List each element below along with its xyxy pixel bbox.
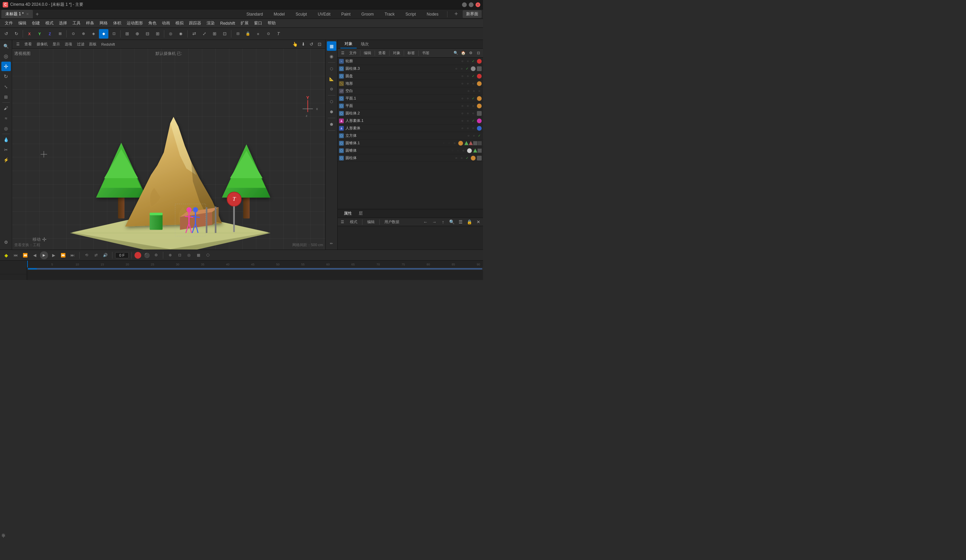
obj-search-button[interactable]: 🔍	[452, 50, 459, 57]
ri-material-button[interactable]: ◉	[327, 51, 336, 61]
obj-menu-edit[interactable]: 编辑	[362, 50, 373, 56]
lock-button[interactable]: 🔒	[243, 29, 253, 39]
workplane-button[interactable]: ⊞	[153, 29, 162, 39]
vp-maximize-button[interactable]: ⊡	[316, 41, 323, 48]
obj-vis-disk[interactable]: ○	[460, 74, 465, 79]
edge-mode-button[interactable]: ◈	[89, 29, 98, 39]
ri-node-button[interactable]: ⬢	[327, 107, 336, 117]
move-tool-button[interactable]: ⇄	[189, 29, 199, 39]
vp-menu-options[interactable]: 选项	[62, 41, 74, 48]
props-menu-userdata[interactable]: 用户数据	[383, 219, 401, 225]
vp-menu-toggle[interactable]: ☰	[14, 41, 22, 47]
vp-reset-button[interactable]: ↺	[307, 41, 315, 48]
obj-vis-cube[interactable]: ○	[466, 133, 471, 138]
tab-untitled[interactable]: 未标题 1 * ✕	[2, 10, 33, 18]
menu-spline[interactable]: 样条	[83, 19, 97, 27]
obj-vis2-disk[interactable]: ○	[465, 74, 470, 79]
obj-home-button[interactable]: 🏠	[460, 50, 467, 57]
tab-uvedit[interactable]: UVEdit	[314, 10, 334, 18]
menu-help[interactable]: 帮助	[265, 19, 278, 27]
uv-mode-button[interactable]: ⊡	[109, 29, 118, 39]
menu-extend[interactable]: 扩展	[238, 19, 251, 27]
measure-tool-button[interactable]: ✂	[2, 145, 11, 154]
tl-prev-frame-button[interactable]: ◀	[31, 251, 39, 259]
obj-vis-figure1[interactable]: ○	[460, 118, 465, 123]
obj-mode-button[interactable]: ⊙	[68, 29, 78, 39]
obj-row-plane[interactable]: ⬡ 平面 ○ ○ ○	[338, 102, 483, 110]
props-forward-button[interactable]: →	[431, 219, 438, 225]
obj-vis-plane1[interactable]: ○	[460, 96, 465, 101]
obj-row-terrain[interactable]: ⋱ 地形 ○ ○ ○	[338, 80, 483, 87]
obj-vis2-cylinder2[interactable]: ○	[465, 111, 470, 116]
tl-autokey-button[interactable]: ⚫	[143, 251, 151, 259]
obj-check-outline[interactable]: ✓	[471, 59, 476, 64]
obj-vis2-figure[interactable]: ○	[465, 126, 470, 131]
obj-check-cone1[interactable]: ○	[452, 141, 457, 146]
snap-button[interactable]: ⊕	[132, 29, 142, 39]
obj-vis-terrain[interactable]: ○	[460, 81, 465, 86]
obj-vis2-terrain[interactable]: ○	[465, 81, 470, 86]
grid-snap-button[interactable]: ⊟	[143, 29, 152, 39]
mirror-button[interactable]: ⊡	[220, 29, 229, 39]
props-menu-mode[interactable]: 模式	[348, 219, 359, 225]
y-axis-button[interactable]: Y	[35, 29, 44, 39]
obj-tab-scene[interactable]: 场次	[356, 40, 373, 48]
obj-row-cube[interactable]: ⬡ 立方体 ○ ○ ✓	[338, 132, 483, 140]
obj-settings-button[interactable]: ⚙	[467, 50, 474, 57]
obj-row-figure1[interactable]: ♟ 人形素体.1 ○ ○ ✓	[338, 117, 483, 125]
tl-keyset-button[interactable]: ⚙	[152, 251, 160, 259]
tl-filter-button[interactable]: ⊡	[176, 251, 184, 259]
tl-prev-key-button[interactable]: ⏪	[21, 251, 29, 259]
tl-region-button[interactable]: ▦	[194, 251, 202, 259]
obj-vis-outline[interactable]: ○	[460, 59, 465, 64]
obj-vis2-figure1[interactable]: ○	[465, 118, 470, 123]
obj-row-cylinder2[interactable]: ⬡ 圆柱体.2 ○ ○ ○	[338, 110, 483, 117]
vp-menu-camera[interactable]: 摄像机	[34, 41, 50, 48]
obj-row-cone1[interactable]: ⬡ 圆锥体.1 ○ ○ ○	[338, 140, 483, 147]
transform-tool-button[interactable]: ⊞	[210, 29, 219, 39]
point-mode-button[interactable]: ⊕	[79, 29, 88, 39]
vp-menu-view[interactable]: 查看	[22, 41, 34, 48]
coord-icon-button[interactable]: ⊞	[55, 29, 65, 39]
transform-tool-side-button[interactable]: ⊞	[2, 92, 11, 102]
obj-row-disk[interactable]: ⬡ 圆盘 ○ ○ ✓	[338, 72, 483, 80]
new-scene-button[interactable]: 新界面	[463, 10, 481, 18]
tab-track[interactable]: Track	[381, 10, 399, 18]
move-tool-side-button[interactable]: ✛	[2, 62, 11, 71]
search-tool-button[interactable]: 🔍	[2, 41, 11, 51]
menu-character[interactable]: 角色	[146, 19, 159, 27]
obj-row-cone[interactable]: ⬡ 圆锥体 ○ ○ ○	[338, 147, 483, 154]
obj-check-plane[interactable]: ○	[471, 103, 476, 108]
obj-menu-file[interactable]: 文件	[347, 50, 359, 56]
menu-tracker[interactable]: 跟踪器	[186, 19, 204, 27]
timeline-ruler[interactable]: 0 5 10 15 20 25 30 35 40 45 50 55 60 65 …	[27, 261, 483, 280]
poly-mode-button[interactable]: ◆	[99, 29, 108, 39]
props-toolbar-toggle[interactable]: ☰	[339, 219, 346, 225]
magnet-tool-button[interactable]: ⚙	[2, 237, 11, 247]
obj-check-plane1[interactable]: ✓	[471, 96, 476, 101]
props-menu-edit[interactable]: 编辑	[365, 219, 377, 225]
ri-xpresso-button[interactable]: ⬡	[327, 97, 336, 106]
obj-vis2-outline[interactable]: ○	[465, 59, 470, 64]
knife-tool-button[interactable]: ⚡	[2, 155, 11, 164]
add-tab-button[interactable]: +	[452, 10, 460, 18]
obj-vis-plane[interactable]: ○	[460, 103, 465, 108]
obj-row-plane1[interactable]: ⬡ 平面.1 ○ ○ ✓	[338, 95, 483, 102]
obj-row-null[interactable]: ∅ 空白 ○ ○ ○	[338, 87, 483, 95]
obj-tab-objects[interactable]: 对象	[340, 40, 356, 48]
menu-select[interactable]: 选择	[56, 19, 70, 27]
3d-viewport[interactable]: 透视视图 默认摄像机 已:	[12, 49, 325, 250]
menu-create[interactable]: 创建	[29, 19, 43, 27]
tab-paint[interactable]: Paint	[337, 10, 355, 18]
smear-tool-button[interactable]: ≈	[2, 113, 11, 123]
tl-current-frame[interactable]: 0 F	[115, 252, 129, 258]
live-select-button[interactable]: ◎	[2, 51, 11, 61]
tl-next-frame-button[interactable]: ▶	[49, 251, 58, 259]
anim-layer-button[interactable]: ≡	[253, 29, 263, 39]
props-tab-attributes[interactable]: 属性	[340, 210, 355, 217]
vp-menu-panel[interactable]: 面板	[87, 41, 99, 48]
obj-row-outline[interactable]: ~ 轮廓 ○ ○ ✓	[338, 57, 483, 65]
menu-tools[interactable]: 工具	[70, 19, 83, 27]
tab-script[interactable]: Script	[401, 10, 420, 18]
maximize-button[interactable]: □	[469, 2, 473, 7]
